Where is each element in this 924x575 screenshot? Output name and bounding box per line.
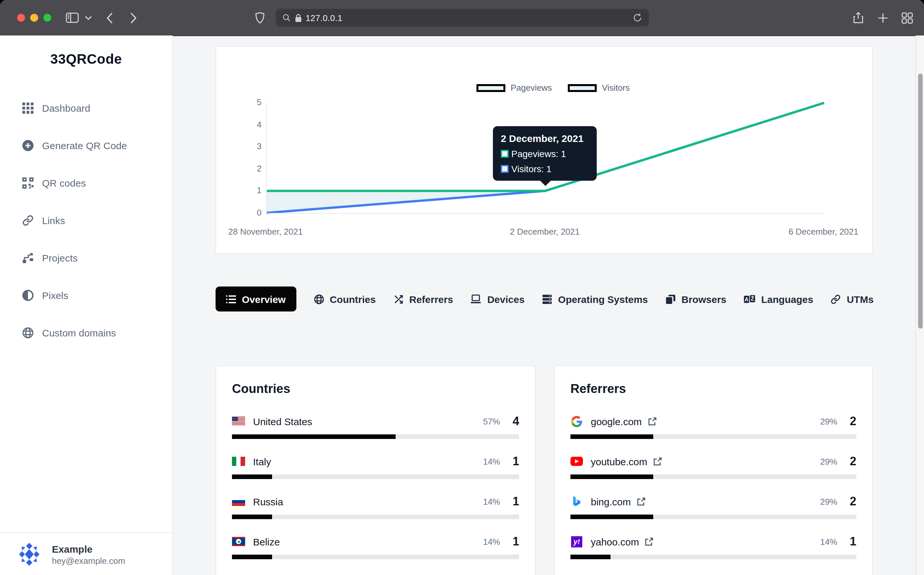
sidebar-item-qr-codes[interactable]: QR codes [0, 164, 172, 202]
referrer-row[interactable]: google.com 29% 2 [570, 414, 856, 439]
account-email: hey@example.com [52, 556, 125, 565]
referrer-pct: 29% [820, 497, 837, 506]
country-row[interactable]: United States 57% 4 [232, 414, 519, 439]
referrer-row[interactable]: bing.com 29% 2 [570, 494, 856, 519]
referrer-pct: 14% [820, 537, 837, 546]
sidebar-toggle-icon[interactable] [64, 0, 80, 35]
country-name: Belize [253, 536, 280, 547]
y-axis-line [266, 103, 267, 214]
tab-browsers[interactable]: Browsers [666, 286, 727, 311]
half-circle-icon [22, 290, 33, 301]
referrers-card: Referrers google.com [554, 365, 873, 575]
new-tab-icon[interactable] [877, 0, 889, 35]
tab-overview[interactable]: Overview [216, 286, 296, 311]
server-icon [542, 294, 552, 304]
globe-icon [22, 327, 33, 338]
progress-bar [232, 554, 519, 559]
country-name: United States [253, 416, 312, 427]
sidebar: 33QRCode Dashboard Generate QR Code [0, 35, 173, 575]
referrers-card-title: Referrers [570, 382, 856, 396]
progress-bar [232, 434, 519, 439]
visitors-legend-label: Visitors [602, 83, 630, 93]
sidebar-item-label: Links [42, 215, 65, 226]
tooltip-visitors: Visitors: 1 [511, 164, 551, 174]
y-tick-2: 2 [246, 164, 262, 173]
referrer-count: 2 [849, 494, 856, 508]
referrer-row[interactable]: youtube.com 29% 2 [570, 454, 856, 479]
address-bar[interactable]: 127.0.0.1 [275, 8, 649, 27]
bing-logo-icon [570, 495, 583, 508]
external-link-icon[interactable] [648, 417, 656, 426]
analytics-tabs: Overview Countries Referrers Devices [216, 286, 879, 311]
share-icon[interactable] [852, 0, 865, 35]
referrer-domain: youtube.com [591, 456, 647, 467]
sidebar-item-generate-qr[interactable]: Generate QR Code [0, 127, 172, 164]
account-footer[interactable]: Example hey@example.com [0, 532, 171, 575]
scrollbar-track[interactable] [916, 35, 924, 575]
plus-circle-icon [22, 140, 33, 151]
country-count: 1 [512, 494, 519, 508]
minimize-window-button[interactable] [30, 14, 38, 22]
sidebar-item-custom-domains[interactable]: Custom domains [0, 314, 172, 351]
browser-icon [666, 294, 676, 304]
tab-label: UTMs [847, 294, 874, 305]
referrer-row[interactable]: y! yahoo.com 14% 1 [570, 534, 856, 559]
scrollbar-thumb[interactable] [918, 74, 923, 329]
referrer-pct: 29% [820, 456, 837, 466]
tab-countries[interactable]: Countries [314, 286, 376, 311]
sidebar-item-projects[interactable]: Projects [0, 239, 172, 276]
globe-icon [314, 294, 324, 304]
reload-icon[interactable] [633, 13, 642, 22]
y-tick-5: 5 [246, 97, 262, 107]
dashboard-grid-icon [22, 103, 33, 114]
sidebar-item-label: Projects [42, 253, 78, 264]
translate-icon: A Ž [744, 295, 756, 303]
progress-bar [570, 434, 856, 439]
forward-icon[interactable] [127, 0, 139, 35]
y-tick-0: 0 [246, 208, 262, 218]
pageviews-swatch-icon [501, 150, 509, 158]
sidebar-item-pixels[interactable]: Pixels [0, 276, 172, 314]
external-link-icon[interactable] [637, 497, 645, 506]
x-axis-line [266, 213, 824, 214]
link-icon [22, 215, 33, 226]
link-icon [831, 294, 841, 304]
sidebar-item-label: Custom domains [42, 327, 116, 338]
sitemap-icon [22, 253, 33, 264]
back-icon[interactable] [104, 0, 116, 35]
russia-flag-icon [232, 497, 245, 506]
tooltip-date: 2 December, 2021 [501, 133, 589, 144]
tab-devices[interactable]: Devices [471, 286, 524, 311]
tab-languages[interactable]: A Ž Languages [744, 286, 813, 311]
close-window-button[interactable] [17, 14, 25, 22]
chevron-down-icon[interactable] [83, 0, 93, 35]
pageviews-legend-swatch [476, 84, 505, 92]
tab-referrers[interactable]: Referrers [393, 286, 453, 311]
country-pct: 57% [483, 416, 500, 426]
external-link-icon[interactable] [653, 457, 662, 465]
shield-icon[interactable] [253, 0, 266, 35]
tab-operating-systems[interactable]: Operating Systems [542, 286, 648, 311]
country-row[interactable]: Italy 14% 1 [232, 454, 519, 479]
progress-bar [232, 515, 519, 519]
tooltip-pageviews: Pageviews: 1 [511, 149, 566, 159]
country-row[interactable]: Russia 14% 1 [232, 494, 519, 519]
country-row[interactable]: Belize 14% 1 [232, 534, 519, 559]
x-label-mid: 2 December, 2021 [510, 227, 579, 237]
chart-tooltip: 2 December, 2021 Pageviews: 1 Visitors: … [493, 126, 597, 181]
tab-overview-icon[interactable] [900, 0, 913, 35]
app-logo[interactable]: 33QRCode [0, 51, 172, 67]
external-link-icon[interactable] [645, 537, 654, 546]
list-icon [226, 295, 236, 303]
lock-icon [295, 13, 302, 22]
laptop-icon [471, 294, 481, 303]
us-flag-icon [232, 417, 245, 426]
avatar [16, 542, 42, 567]
sidebar-item-dashboard[interactable]: Dashboard [0, 89, 172, 127]
tab-utms[interactable]: UTMs [831, 286, 874, 311]
country-pct: 14% [483, 537, 500, 546]
zoom-window-button[interactable] [43, 14, 51, 22]
country-count: 1 [512, 535, 519, 548]
google-logo-icon [570, 415, 583, 427]
sidebar-item-links[interactable]: Links [0, 202, 172, 239]
